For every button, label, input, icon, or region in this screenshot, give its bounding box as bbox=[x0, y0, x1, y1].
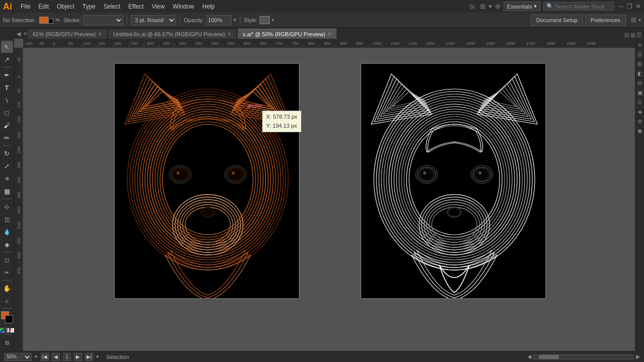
menu-icon[interactable]: ☰ bbox=[636, 32, 642, 39]
tab-2-close[interactable]: ✕ bbox=[328, 31, 332, 37]
document-setup-button[interactable]: Document Setup bbox=[531, 15, 583, 26]
color-swatches[interactable] bbox=[0, 311, 14, 325]
nav-first-btn[interactable]: |◀ bbox=[41, 353, 49, 361]
tool-eraser[interactable]: ◻ bbox=[1, 254, 13, 266]
h-scrollbar-track[interactable] bbox=[533, 354, 634, 359]
svg-text:700: 700 bbox=[276, 41, 283, 46]
close-panel-btn[interactable]: ✕ bbox=[23, 29, 27, 39]
tool-symbol[interactable]: ❊ bbox=[1, 172, 13, 185]
right-panel-btn-2[interactable]: ☰ bbox=[636, 50, 644, 58]
menu-help[interactable]: Help bbox=[199, 2, 218, 11]
opacity-input[interactable] bbox=[206, 15, 231, 25]
arrow-icon[interactable]: ▾ bbox=[489, 3, 492, 10]
separator-3 bbox=[240, 15, 240, 25]
tool-selection[interactable]: ↖ bbox=[1, 41, 13, 53]
sync-icon[interactable]: ⊛ bbox=[495, 3, 501, 10]
close-icon[interactable]: ✕ bbox=[635, 3, 641, 10]
color-mode-btn[interactable] bbox=[0, 328, 4, 333]
stroke-select[interactable] bbox=[83, 15, 123, 25]
right-panel-btn-3[interactable]: ⊞ bbox=[636, 60, 644, 68]
opacity-chevron[interactable]: ▾ bbox=[233, 17, 236, 23]
right-panel-btn-1[interactable]: ≡ bbox=[636, 41, 644, 49]
tool-paintbrush[interactable]: 🖌 bbox=[1, 119, 13, 131]
tool-graph[interactable]: ▦ bbox=[1, 185, 13, 197]
menu-select[interactable]: Select bbox=[100, 2, 124, 11]
nav-chevron[interactable]: ▾ bbox=[96, 353, 99, 360]
right-panel-btn-7[interactable]: ⊙ bbox=[636, 98, 644, 106]
panel-collapse-btn[interactable]: ◀ bbox=[14, 29, 23, 39]
tool-blend[interactable]: ◈ bbox=[1, 238, 13, 250]
scrollbar-left[interactable]: ◀ bbox=[527, 353, 531, 360]
search-box[interactable]: 🔍 bbox=[543, 2, 614, 11]
canvas-area[interactable]: -100 -50 0 50 100 150 200 250 300 350 40… bbox=[14, 39, 635, 351]
svg-text:-50: -50 bbox=[38, 41, 44, 46]
essentials-button[interactable]: Essentials ▾ bbox=[504, 2, 540, 11]
svg-text:1800: 1800 bbox=[546, 41, 555, 46]
grid-icon[interactable]: ⊞ bbox=[480, 3, 486, 10]
artwork-panel-colored[interactable]: anchor X: 578.73 px Y: 194.13 px bbox=[114, 63, 300, 299]
zoom-select[interactable]: 50% bbox=[4, 353, 32, 361]
right-panel-btn-5[interactable]: ⊟ bbox=[636, 79, 644, 87]
tool-hand[interactable]: ✋ bbox=[1, 282, 13, 294]
tab-0[interactable]: 61% (RGB/GPU Preview) ✕ bbox=[27, 29, 108, 39]
fill-swatch-bg[interactable] bbox=[48, 19, 53, 24]
canvas-content[interactable]: anchor X: 578.73 px Y: 194.13 px bbox=[23, 48, 635, 351]
tool-transform[interactable]: ⤢ bbox=[1, 160, 13, 172]
tool-pencil[interactable]: ✏ bbox=[1, 132, 13, 144]
arrange-chevron[interactable]: ▾ bbox=[638, 17, 641, 23]
tool-type[interactable]: T bbox=[1, 81, 13, 94]
search-input[interactable] bbox=[555, 4, 615, 10]
menu-file[interactable]: File bbox=[17, 2, 34, 11]
right-panel-btn-10[interactable]: ◉ bbox=[636, 127, 644, 135]
tab-0-close[interactable]: ✕ bbox=[98, 31, 102, 37]
tool-gradient[interactable]: ◫ bbox=[1, 213, 13, 225]
tool-line[interactable]: \ bbox=[1, 94, 13, 106]
gradient-mode-btn[interactable] bbox=[5, 328, 10, 333]
tab-1[interactable]: Untitled-6s.ai @ 66.67% (RGB/GPU Preview… bbox=[108, 29, 237, 39]
h-scrollbar-thumb bbox=[539, 355, 559, 359]
right-panel-btn-6[interactable]: ▣ bbox=[636, 88, 644, 97]
bw-fox-svg bbox=[361, 64, 546, 299]
preferences-button[interactable]: Preferences bbox=[585, 15, 626, 26]
right-panel-btn-9[interactable]: ⊛ bbox=[636, 117, 644, 125]
tile-icon[interactable]: ⊞ bbox=[630, 32, 635, 39]
nav-prev-btn[interactable]: ◀ bbox=[52, 353, 60, 361]
nav-last-btn[interactable]: ▶| bbox=[85, 353, 93, 361]
menu-object[interactable]: Object bbox=[53, 2, 78, 11]
tool-eyedropper[interactable]: 💧 bbox=[1, 226, 13, 238]
tab-2[interactable]: s.ai* @ 50% (RGB/GPU Preview) ✕ bbox=[237, 29, 337, 39]
scrollbar-right[interactable]: ▶ bbox=[636, 353, 640, 360]
stroke-pt-select[interactable]: 3 pt. Round bbox=[131, 15, 176, 25]
menu-view[interactable]: View bbox=[148, 2, 169, 11]
stroke-color-swatch[interactable] bbox=[5, 315, 13, 323]
right-panel-btn-8[interactable]: ◈ bbox=[636, 108, 644, 116]
maximize-icon[interactable]: ❐ bbox=[626, 3, 632, 10]
artwork-panel-bw[interactable] bbox=[360, 63, 546, 299]
style-chevron[interactable]: ▾ bbox=[272, 17, 274, 23]
style-swatch[interactable] bbox=[260, 16, 270, 24]
arrange-docs-icon[interactable]: ⊟ bbox=[624, 32, 629, 39]
fill-swatch-fg[interactable] bbox=[39, 17, 48, 24]
fill-swap-icon[interactable]: ⇆ bbox=[55, 17, 59, 23]
nav-next-btn[interactable]: ▶ bbox=[74, 353, 82, 361]
menu-window[interactable]: Window bbox=[169, 2, 198, 11]
brush-icon[interactable]: St bbox=[469, 4, 474, 10]
svg-text:1900: 1900 bbox=[567, 41, 576, 46]
tab-1-close[interactable]: ✕ bbox=[227, 31, 231, 37]
tool-pen[interactable]: ✒ bbox=[1, 69, 13, 81]
tool-artboard[interactable]: ⊟ bbox=[1, 336, 13, 348]
tool-rotate[interactable]: ↻ bbox=[1, 147, 13, 159]
zoom-chevron[interactable]: ▾ bbox=[35, 353, 38, 360]
nav-page-num[interactable]: 1 bbox=[63, 353, 71, 361]
tool-mesh[interactable]: ⊹ bbox=[1, 201, 13, 213]
minimize-icon[interactable]: ─ bbox=[619, 3, 623, 10]
menu-type[interactable]: Type bbox=[79, 2, 99, 11]
menu-effect[interactable]: Effect bbox=[125, 2, 147, 11]
tool-scissors[interactable]: ✂ bbox=[1, 266, 13, 279]
right-panel-btn-4[interactable]: ◧ bbox=[636, 69, 644, 77]
arrange-icon[interactable]: ⊞ bbox=[631, 16, 636, 24]
tool-zoom[interactable]: ⌕ bbox=[1, 295, 13, 307]
tool-direct-selection[interactable]: ↗ bbox=[1, 53, 13, 65]
menu-edit[interactable]: Edit bbox=[35, 2, 52, 11]
tool-rectangle[interactable]: □ bbox=[1, 107, 13, 119]
